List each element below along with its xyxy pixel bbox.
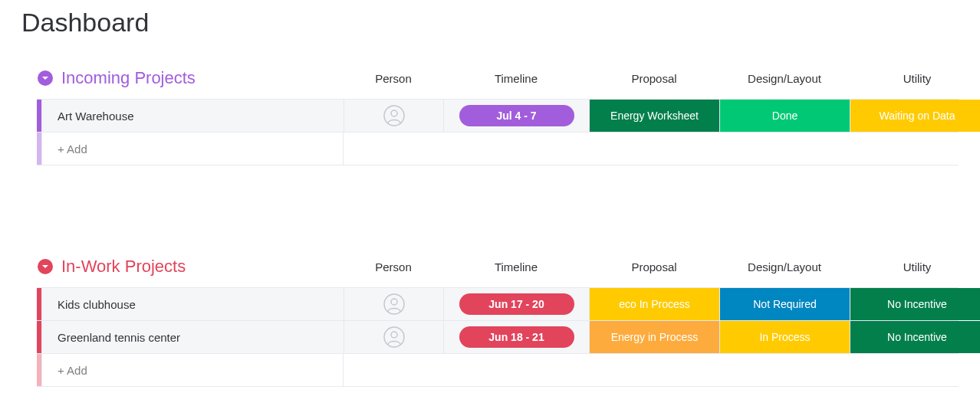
group-title[interactable]: Incoming Projects [61, 68, 196, 88]
row-name-cell[interactable]: Art Warehouse [41, 100, 344, 132]
person-cell[interactable] [344, 288, 443, 320]
svg-point-4 [384, 294, 404, 314]
svg-point-6 [384, 327, 404, 347]
column-header-utility[interactable]: Utility [850, 260, 980, 273]
column-header-person[interactable]: Person [344, 72, 443, 85]
timeline-cell[interactable]: Jul 4 - 7 [443, 100, 589, 132]
add-item-button[interactable]: + Add [41, 354, 344, 386]
table-row: Kids clubhouse Jun 17 - 20eco In Process… [37, 287, 959, 321]
group-incoming: Incoming ProjectsPersonTimelineProposalD… [37, 68, 959, 165]
svg-point-7 [391, 332, 397, 338]
group-header-inwork: In-Work ProjectsPersonTimelineProposalDe… [37, 257, 959, 277]
status-proposal-cell[interactable]: Energy in Process [589, 321, 719, 353]
timeline-pill: Jun 17 - 20 [459, 293, 574, 315]
row-name-cell[interactable]: Greenland tennis center [41, 321, 344, 353]
add-item-button[interactable]: + Add [41, 133, 344, 165]
column-header-design[interactable]: Design/Layout [719, 260, 850, 273]
person-avatar-icon [383, 105, 405, 126]
column-header-proposal[interactable]: Proposal [589, 72, 719, 85]
svg-point-5 [391, 299, 397, 305]
add-row[interactable]: + Add [37, 132, 959, 165]
add-item-label: + Add [58, 142, 87, 156]
person-avatar-icon [383, 293, 405, 315]
column-header-design[interactable]: Design/Layout [719, 72, 850, 85]
add-row[interactable]: + Add [37, 353, 959, 387]
status-design-cell[interactable]: In Process [719, 321, 850, 353]
svg-point-2 [391, 110, 397, 116]
column-header-person[interactable]: Person [344, 260, 443, 273]
person-cell[interactable] [344, 321, 443, 353]
column-header-proposal[interactable]: Proposal [589, 260, 719, 273]
column-header-utility[interactable]: Utility [850, 72, 980, 85]
collapse-toggle[interactable] [37, 70, 54, 87]
table-row: Art Warehouse Jul 4 - 7Energy WorksheetD… [37, 99, 959, 133]
table-row: Greenland tennis center Jun 18 - 21Energ… [37, 320, 959, 354]
status-design-cell[interactable]: Done [719, 100, 850, 132]
column-header-timeline[interactable]: Timeline [443, 260, 589, 273]
row-name-cell[interactable]: Kids clubhouse [41, 288, 344, 320]
person-avatar-icon [383, 326, 405, 348]
status-proposal-cell[interactable]: Energy Worksheet [589, 100, 719, 132]
status-proposal-cell[interactable]: eco In Process [589, 288, 719, 320]
group-inwork: In-Work ProjectsPersonTimelineProposalDe… [37, 257, 959, 387]
person-cell[interactable] [344, 100, 443, 132]
page-title: Dashboard [21, 8, 959, 38]
column-header-timeline[interactable]: Timeline [443, 72, 589, 85]
timeline-pill: Jul 4 - 7 [459, 105, 574, 126]
status-utility-cell[interactable]: No Incentive [850, 288, 980, 320]
add-item-label: + Add [58, 364, 87, 377]
status-design-cell[interactable]: Not Required [719, 288, 850, 320]
timeline-cell[interactable]: Jun 17 - 20 [443, 288, 589, 320]
group-title[interactable]: In-Work Projects [61, 257, 186, 277]
status-utility-cell[interactable]: Waiting on Data [850, 100, 980, 132]
timeline-pill: Jun 18 - 21 [459, 326, 574, 348]
collapse-toggle[interactable] [37, 258, 54, 275]
status-utility-cell[interactable]: No Incentive [850, 321, 980, 353]
timeline-cell[interactable]: Jun 18 - 21 [443, 321, 589, 353]
svg-point-1 [384, 106, 404, 126]
group-header-incoming: Incoming ProjectsPersonTimelineProposalD… [37, 68, 959, 88]
